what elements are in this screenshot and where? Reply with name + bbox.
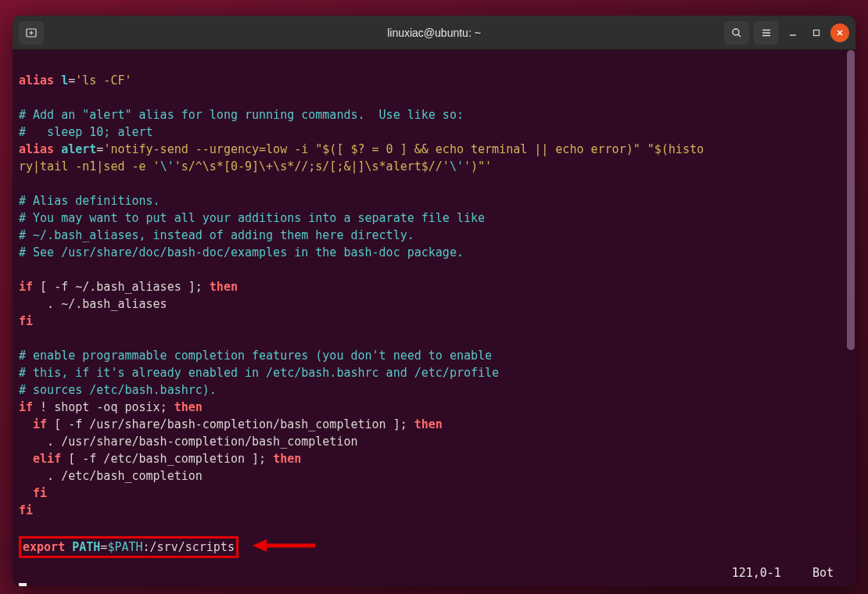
maximize-icon <box>812 29 820 37</box>
esc: \' <box>160 159 174 174</box>
cursor-position: 121,0-1 <box>732 566 781 583</box>
close-button[interactable] <box>830 23 849 42</box>
new-tab-button[interactable] <box>19 21 44 45</box>
alias-val: ')"' <box>464 159 492 174</box>
alias-name: l <box>61 73 68 88</box>
new-tab-icon <box>25 27 38 39</box>
titlebar: linuxiac@ubuntu: ~ <box>13 16 855 50</box>
comment: # You may want to put all your additions… <box>19 211 485 225</box>
scroll-position: Bot <box>812 566 834 583</box>
comment: # this, if it's already enabled in /etc/… <box>19 366 499 380</box>
cond: [ -f /usr/share/bash-completion/bash_com… <box>47 417 414 431</box>
path-var: PATH <box>72 540 100 554</box>
comment: # Alias definitions. <box>19 194 160 208</box>
shopt: shopt -oq posix <box>54 400 160 414</box>
comment: # Add an "alert" alias for long running … <box>19 108 464 122</box>
maximize-button[interactable] <box>807 23 826 42</box>
highlighted-export-line: export PATH=$PATH:/srv/scripts <box>19 536 239 558</box>
semi: ; <box>160 400 174 414</box>
alias-val: 's/^\s*[0-9]\+\s*//;s/[;&|]\s*alert$//' <box>174 159 450 174</box>
search-icon <box>730 27 743 39</box>
svg-rect-9 <box>814 30 820 35</box>
space <box>65 540 72 554</box>
kw-alias: alias <box>19 73 54 88</box>
body: . /usr/share/bash-completion/bash_comple… <box>19 435 357 449</box>
editor-content: alias l='ls -CF' # Add an "alert" alias … <box>19 55 849 586</box>
cond: [ -f ~/.bash_aliases ]; <box>33 280 210 294</box>
body: . ~/.bash_aliases <box>19 297 167 311</box>
svg-point-3 <box>733 29 739 35</box>
vim-status-line: 121,0-1 Bot <box>19 566 849 583</box>
kw-if: if <box>19 417 47 431</box>
op-eq: = <box>68 73 75 88</box>
comment: # sources /etc/bash.bashrc). <box>19 383 217 397</box>
path-literal: :/srv/scripts <box>143 540 235 554</box>
comment: # enable programmable completion feature… <box>19 349 492 363</box>
kw-fi: fi <box>19 503 33 517</box>
hamburger-icon <box>760 27 773 39</box>
comment: # See /usr/share/doc/bash-doc/examples i… <box>19 245 464 259</box>
alias-val: ry|tail -n1|sed -e ' <box>19 159 160 174</box>
cond: [ -f /etc/bash_completion ]; <box>61 452 273 466</box>
terminal-window: linuxiac@ubuntu: ~ alias l='ls -CF' # Ad… <box>13 16 855 586</box>
svg-marker-13 <box>253 539 267 552</box>
terminal-body[interactable]: alias l='ls -CF' # Add an "alert" alias … <box>13 50 855 586</box>
kw-fi: fi <box>19 314 33 328</box>
kw-alias: alias <box>19 142 54 156</box>
kw-fi: fi <box>19 486 47 500</box>
annotation-arrow <box>253 538 315 558</box>
alias-name: alert <box>61 142 96 156</box>
svg-line-4 <box>738 34 741 37</box>
minimize-button[interactable] <box>784 23 802 42</box>
minimize-icon <box>789 29 797 37</box>
hamburger-menu-button[interactable] <box>754 21 779 45</box>
kw-then: then <box>210 280 238 294</box>
alias-val: 'ls -CF' <box>75 73 131 88</box>
close-icon <box>836 29 844 37</box>
kw-if: if <box>19 400 33 414</box>
alias-val: 'notify-send --urgency=low -i "$([ $? = … <box>103 142 704 156</box>
esc: \' <box>450 159 464 174</box>
comment: # sleep 10; alert <box>19 125 153 139</box>
kw-if: if <box>19 280 33 294</box>
kw-then: then <box>414 417 443 431</box>
search-button[interactable] <box>724 21 749 45</box>
comment: # ~/.bash_aliases, instead of adding the… <box>19 228 414 242</box>
var-path: $PATH <box>107 540 142 554</box>
kw-export: export <box>23 540 65 554</box>
kw-elif: elif <box>19 452 61 466</box>
kw-then: then <box>273 452 301 466</box>
kw-then: then <box>174 400 203 414</box>
body: . /etc/bash_completion <box>19 469 203 483</box>
bang: ! <box>33 400 54 414</box>
